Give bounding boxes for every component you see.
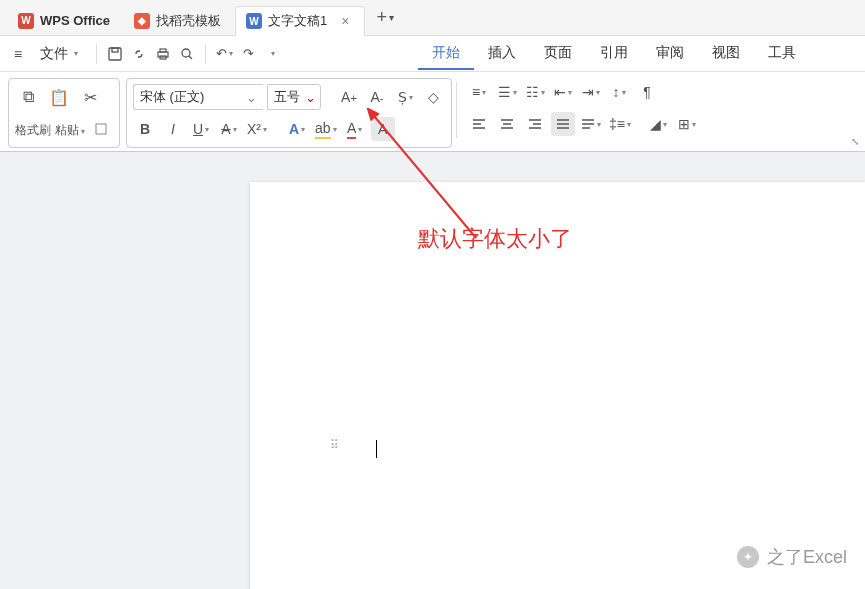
expand-ribbon-icon[interactable]: ⤡	[851, 136, 859, 147]
cursor-position: ⠿	[330, 438, 337, 452]
shading-icon[interactable]: ◢▾	[647, 112, 671, 136]
plus-icon: +	[377, 7, 388, 28]
template-icon: ◆	[134, 13, 150, 29]
close-tab-icon[interactable]: ×	[341, 13, 349, 29]
template-tab-label: 找稻壳模板	[156, 12, 221, 30]
text-effect-button[interactable]: A▾	[285, 117, 309, 141]
document-area: ⠿ ✦ 之了Excel	[0, 152, 865, 589]
increase-font-icon[interactable]: A+	[337, 85, 361, 109]
ribbon-tabs: 开始 插入 页面 引用 审阅 视图 工具	[418, 38, 810, 70]
clear-format-icon[interactable]: ◇	[421, 85, 445, 109]
clipboard-group: ⧉ 📋 ✂ 格式刷 粘贴▾	[8, 78, 120, 148]
change-case-icon[interactable]: Ṣ▾	[393, 85, 417, 109]
underline-button[interactable]: U▾	[189, 117, 213, 141]
template-tab[interactable]: ◆ 找稻壳模板	[124, 6, 235, 36]
link-icon[interactable]	[129, 44, 149, 64]
decrease-indent-icon[interactable]: ⇤▾	[551, 80, 575, 104]
redo-icon[interactable]: ↷	[238, 44, 258, 64]
annotation-text: 默认字体太小了	[418, 224, 572, 254]
line-spacing-icon[interactable]: ‡≡▾	[607, 112, 633, 136]
menu-left: ≡ 文件 ▾ ↶▾ ↷ ▾	[10, 41, 282, 67]
tab-reference[interactable]: 引用	[586, 38, 642, 70]
font-group: 宋体 (正文) 五号 A+ A- Ṣ▾ ◇ B I U▾ A▾ X²▾ A▾ a…	[126, 78, 452, 148]
italic-button[interactable]: I	[161, 117, 185, 141]
bold-button[interactable]: B	[133, 117, 157, 141]
separator	[456, 82, 457, 138]
print-icon[interactable]	[153, 44, 173, 64]
ribbon: ⧉ 📋 ✂ 格式刷 粘贴▾ 宋体 (正文) 五号 A+ A- Ṣ▾ ◇ B I …	[0, 72, 865, 152]
svg-rect-0	[109, 48, 121, 60]
format-painter-label[interactable]: 格式刷	[15, 122, 51, 139]
document-tab[interactable]: W 文字文稿1 ×	[235, 6, 364, 36]
align-right-icon[interactable]	[523, 112, 547, 136]
separator	[96, 44, 97, 64]
file-menu-label: 文件	[40, 45, 68, 63]
tab-bar: W WPS Office ◆ 找稻壳模板 W 文字文稿1 × + ▾	[0, 0, 865, 36]
tab-insert[interactable]: 插入	[474, 38, 530, 70]
strikethrough-button[interactable]: A▾	[217, 117, 241, 141]
align-center-icon[interactable]	[495, 112, 519, 136]
clipboard-icon: 📋	[49, 88, 69, 107]
paste-button[interactable]: 📋	[45, 83, 73, 111]
align-left-icon[interactable]	[467, 112, 491, 136]
word-doc-icon: W	[246, 13, 262, 29]
add-tab-button[interactable]: + ▾	[377, 7, 395, 28]
decrease-font-icon[interactable]: A-	[365, 85, 389, 109]
wps-logo-icon: W	[18, 13, 34, 29]
distribute-icon[interactable]: ▾	[579, 112, 603, 136]
align-justify-icon[interactable]	[551, 112, 575, 136]
document-tab-label: 文字文稿1	[268, 12, 327, 30]
highlight-button[interactable]: ab▾	[313, 117, 339, 141]
chevron-down-icon: ▾	[389, 12, 394, 23]
watermark-text: 之了Excel	[767, 545, 847, 569]
increase-indent-icon[interactable]: ⇥▾	[579, 80, 603, 104]
wechat-icon: ✦	[737, 546, 759, 568]
chevron-down-icon: ▾	[74, 49, 78, 58]
svg-point-5	[182, 49, 190, 57]
tab-page[interactable]: 页面	[530, 38, 586, 70]
watermark: ✦ 之了Excel	[737, 545, 847, 569]
bullet-list-icon[interactable]: ≡▾	[467, 80, 491, 104]
app-tab-label: WPS Office	[40, 13, 110, 28]
svg-rect-1	[112, 48, 118, 52]
char-shading-button[interactable]: A	[371, 117, 395, 141]
print-preview-icon[interactable]	[177, 44, 197, 64]
paste-special-icon[interactable]	[89, 117, 113, 141]
chevron-down-icon: ▾	[229, 49, 233, 58]
scissors-icon: ✂	[84, 88, 97, 107]
undo-icon[interactable]: ↶▾	[214, 44, 234, 64]
paste-label[interactable]: 粘贴▾	[55, 122, 85, 139]
save-icon[interactable]	[105, 44, 125, 64]
app-tab[interactable]: W WPS Office	[8, 6, 124, 36]
number-list-icon[interactable]: ☰▾	[495, 80, 519, 104]
font-color-button[interactable]: A▾	[343, 117, 367, 141]
multilevel-list-icon[interactable]: ☷▾	[523, 80, 547, 104]
show-marks-icon[interactable]: ¶	[635, 80, 659, 104]
hamburger-icon[interactable]: ≡	[10, 42, 26, 66]
superscript-button[interactable]: X²▾	[245, 117, 269, 141]
qat-more-icon[interactable]: ▾	[262, 44, 282, 64]
text-cursor	[376, 440, 377, 458]
drag-handle-icon: ⠿	[330, 438, 337, 452]
font-name-select[interactable]: 宋体 (正文)	[133, 84, 263, 110]
tab-start[interactable]: 开始	[418, 38, 474, 70]
file-menu-button[interactable]: 文件 ▾	[30, 41, 88, 67]
cut-button[interactable]: ✂	[77, 83, 103, 111]
menu-row: ≡ 文件 ▾ ↶▾ ↷ ▾ 开始 插入 页面 引用 审阅 视图 工具	[0, 36, 865, 72]
svg-rect-6	[96, 124, 106, 134]
copy-icon: ⧉	[23, 88, 34, 106]
sort-icon[interactable]: ↕▾	[607, 80, 631, 104]
border-icon[interactable]: ⊞▾	[675, 112, 699, 136]
separator	[205, 44, 206, 64]
tab-review[interactable]: 审阅	[642, 38, 698, 70]
copy-button[interactable]: ⧉	[15, 83, 41, 111]
tab-tools[interactable]: 工具	[754, 38, 810, 70]
tab-view[interactable]: 视图	[698, 38, 754, 70]
svg-rect-3	[160, 49, 166, 52]
font-size-select[interactable]: 五号	[267, 84, 321, 110]
paragraph-group: ≡▾ ☰▾ ☷▾ ⇤▾ ⇥▾ ↕▾ ¶ ▾ ‡≡▾ ◢▾ ⊞▾	[461, 78, 705, 138]
